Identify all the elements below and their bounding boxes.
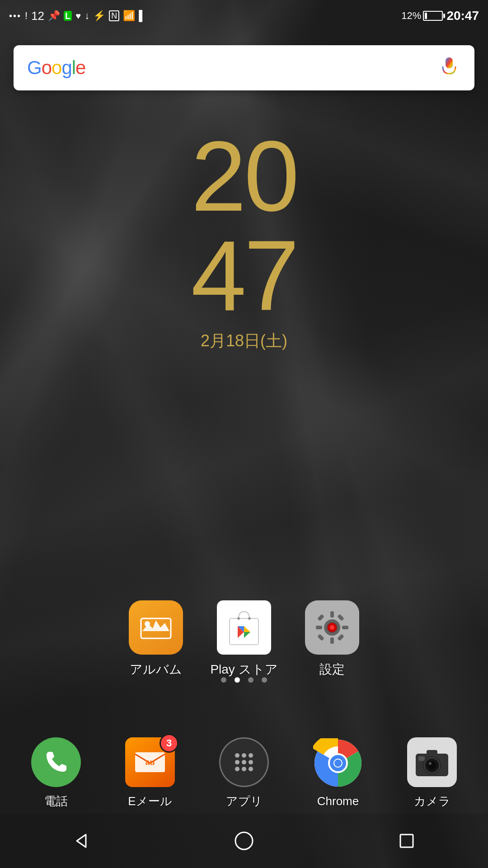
camera-icon [414, 746, 450, 778]
svg-point-52 [235, 832, 253, 849]
clock-hours: 20 [191, 127, 297, 226]
google-l: l [72, 57, 75, 78]
dock: 電話 au 3 Eメール [0, 737, 488, 809]
email-label: Eメール [128, 793, 172, 809]
chrome-label: Chrome [317, 794, 359, 808]
status-time: 20:47 [446, 9, 479, 23]
google-o1: o [42, 57, 52, 78]
mic-button[interactable] [437, 56, 461, 80]
app-grid: アルバム Play ストア [0, 600, 488, 678]
svg-point-33 [242, 760, 246, 764]
svg-point-29 [235, 753, 239, 758]
svg-rect-17 [330, 637, 334, 644]
clock-minutes: 47 [191, 226, 297, 326]
svg-point-50 [429, 762, 432, 765]
dock-app-camera[interactable]: カメラ [407, 737, 457, 809]
svg-rect-49 [418, 756, 425, 761]
svg-point-37 [249, 767, 253, 771]
svg-text:au: au [145, 758, 155, 767]
recents-icon [398, 832, 416, 850]
mic-icon [441, 57, 457, 78]
page-dot-4[interactable] [262, 677, 267, 683]
svg-rect-23 [337, 634, 344, 641]
clock-widget: 20 47 2月18日(土) [0, 127, 488, 352]
svg-point-26 [330, 625, 334, 630]
svg-point-35 [235, 767, 239, 771]
notification-dots-icon: ••• [9, 11, 21, 20]
phone-icon-bg [31, 737, 81, 787]
playstore-label: Play ストア [210, 661, 277, 678]
svg-rect-19 [342, 626, 348, 629]
battery-icon [423, 11, 443, 21]
dock-app-email[interactable]: au 3 Eメール [125, 737, 175, 809]
google-logo: Google [27, 57, 85, 79]
google-search-bar[interactable]: Google [14, 45, 474, 90]
nav-bar [0, 814, 488, 868]
recents-button[interactable] [389, 823, 425, 859]
svg-rect-20 [317, 614, 324, 621]
svg-point-34 [249, 760, 253, 764]
dock-app-apps[interactable]: アプリ [219, 737, 269, 809]
settings-icon-bg [305, 600, 359, 655]
back-icon [72, 832, 90, 850]
bluetooth-icon: ⚡ [93, 11, 105, 21]
heart-icon: ♥ [75, 11, 81, 20]
page-dot-1[interactable] [221, 677, 226, 683]
alert-icon: ! [25, 11, 28, 21]
wifi-icon: 📶 [123, 11, 135, 21]
email-badge: 3 [160, 734, 178, 753]
battery-percent: 12% [401, 10, 421, 22]
nfc-icon: N [109, 10, 119, 21]
app-icon-settings[interactable]: 設定 [305, 600, 359, 678]
svg-rect-16 [330, 611, 334, 618]
svg-rect-21 [337, 614, 344, 621]
svg-point-5 [145, 621, 150, 627]
playstore-bag-icon [226, 607, 262, 648]
album-label: アルバム [130, 661, 182, 678]
page-dot-3[interactable] [248, 677, 253, 683]
signal-icon: ▌ [139, 11, 146, 21]
dock-app-chrome[interactable]: Chrome [313, 738, 363, 808]
svg-point-31 [249, 753, 253, 758]
svg-point-7 [237, 617, 240, 620]
email-icon-wrapper: au 3 [125, 737, 175, 787]
svg-rect-0 [446, 57, 453, 68]
back-button[interactable] [63, 823, 99, 859]
svg-marker-51 [77, 835, 86, 847]
svg-point-30 [242, 753, 246, 758]
camera-icon-bg [407, 737, 457, 787]
chrome-icon [313, 738, 363, 788]
status-right: 12% 20:47 [401, 9, 479, 23]
apps-label: アプリ [226, 793, 263, 809]
svg-point-32 [235, 760, 239, 764]
svg-point-42 [334, 760, 342, 767]
svg-rect-44 [427, 750, 437, 755]
apps-grid-icon [230, 749, 258, 776]
download-icon: ↓ [84, 11, 89, 21]
album-icon-bg [129, 600, 183, 655]
svg-rect-18 [316, 626, 322, 629]
battery-fill [425, 13, 427, 19]
settings-label: 設定 [319, 661, 345, 678]
google-g2: g [61, 57, 71, 78]
album-icon [140, 615, 172, 640]
google-g: G [27, 57, 42, 78]
clock-date: 2月18日(土) [201, 330, 287, 352]
svg-point-8 [248, 617, 251, 620]
phone-label: 電話 [44, 793, 68, 809]
email-icon: au [134, 750, 166, 775]
page-dot-2[interactable] [235, 677, 240, 683]
dock-app-phone[interactable]: 電話 [31, 737, 81, 809]
pin-icon: 📌 [48, 11, 60, 21]
svg-rect-22 [317, 634, 324, 641]
svg-point-36 [242, 767, 246, 771]
notification-count: 12 [31, 9, 44, 23]
app-icon-playstore[interactable]: Play ストア [210, 600, 277, 678]
apps-icon-bg [219, 737, 269, 787]
google-o2: o [52, 57, 61, 78]
app-icon-album[interactable]: アルバム [129, 600, 183, 678]
chrome-icon-bg [313, 738, 363, 788]
battery-indicator: 12% [401, 10, 443, 22]
svg-rect-53 [400, 835, 413, 847]
home-button[interactable] [226, 823, 262, 859]
